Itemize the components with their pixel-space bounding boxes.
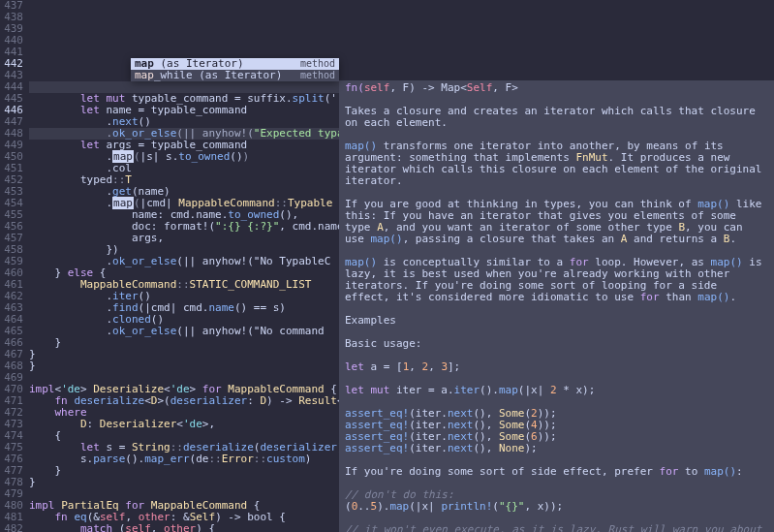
doc-text: . [729, 233, 736, 245]
doc-code-line: let a = [1, 2, 3]; [345, 361, 768, 373]
doc-text: than [660, 291, 698, 303]
doc-code-line: let mut iter = a.iter().map(|x| 2 * x); [345, 385, 768, 396]
sig-end: , F> [492, 81, 518, 94]
doc-code: for [640, 291, 660, 303]
doc-text: to [678, 465, 704, 478]
sig-mid: , F) -> Map< [389, 81, 466, 94]
code-area[interactable]: let mut typable_command = suffix.split('… [29, 0, 774, 532]
doc-text: : [736, 465, 743, 478]
documentation-panel: fn(self, F) -> Map<Self, F> Takes a clos… [339, 80, 774, 532]
editor-root: 4374384394404414424434444454464474484494… [0, 0, 774, 532]
doc-para: map() is conceptually similar to a for l… [345, 257, 768, 303]
doc-code: map() [697, 291, 729, 303]
doc-signature: fn(self, F) -> Map<Self, F> [345, 82, 768, 94]
doc-para: Takes a closure and creates an iterator … [345, 106, 768, 129]
doc-text: If you're doing some sort of side effect… [345, 465, 660, 478]
doc-para: map() transforms one iterator into anoth… [345, 141, 768, 187]
doc-heading: Basic usage: [345, 338, 768, 350]
completion-item[interactable]: map_while (as Iterator)method [131, 70, 339, 81]
sig-self2: Self [467, 81, 493, 94]
line-number-gutter: 4374384394404414424434444454464474484494… [0, 0, 29, 532]
doc-code: map() [371, 233, 403, 245]
doc-heading: Examples [345, 315, 768, 327]
doc-code: map() [704, 465, 736, 478]
doc-para: If you're doing some sort of side effect… [345, 466, 768, 478]
doc-text: and returns a [627, 233, 723, 245]
doc-code-line: assert_eq!(iter.next(), None); [345, 443, 768, 454]
doc-code: for [660, 465, 679, 478]
sig-fn: fn( [345, 81, 364, 94]
doc-code-line: (0..5).map(|x| println!("{}", x)); [345, 501, 768, 513]
doc-comment: // it won't even execute, as it is lazy.… [345, 524, 768, 532]
sig-self: self [364, 81, 390, 94]
doc-text: . [729, 291, 736, 303]
doc-para: If you are good at thinking in types, yo… [345, 199, 768, 245]
line-number: 482 [0, 523, 23, 532]
doc-text: , passing a closure that takes an [403, 233, 621, 245]
completion-popup[interactable]: map (as Iterator)methodmap_while (as Ite… [131, 58, 339, 81]
